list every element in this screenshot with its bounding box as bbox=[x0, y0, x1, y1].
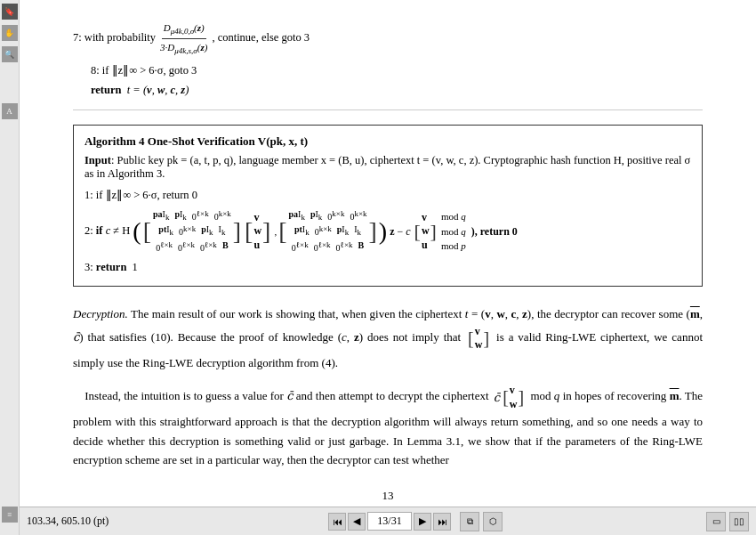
continuation-section: 7: with probability Dμ4k,0,σ(z) 3·Dμ4k,s… bbox=[73, 20, 703, 110]
algo4-line1: 1: if ‖z‖∞ > 6·σ, return 0 bbox=[84, 186, 691, 205]
algo-line-7: 7: with probability Dμ4k,0,σ(z) 3·Dμ4k,s… bbox=[73, 20, 703, 59]
sidebar: 🔖 ✋ 🔍 A ≡ bbox=[0, 0, 20, 535]
content-area: 7: with probability Dμ4k,0,σ(z) 3·Dμ4k,s… bbox=[20, 0, 756, 535]
line7-text: 7: with probability bbox=[73, 28, 156, 48]
line7-end: , continue, else goto 3 bbox=[212, 28, 310, 48]
view-toggle: ▭ ▯▯ bbox=[706, 512, 749, 531]
double-page-view[interactable]: ▯▯ bbox=[729, 512, 749, 531]
sidebar-icon-zoom[interactable]: 🔍 bbox=[2, 46, 18, 62]
algo-line-8: 8: if ‖z‖∞ > 6·σ, goto 3 bbox=[73, 61, 703, 81]
page-indicator[interactable]: 13/31 bbox=[367, 512, 412, 531]
algo-line-9: return t = (v, w, c, z) bbox=[73, 80, 703, 101]
algo4-line3: 3: return 1 bbox=[84, 258, 691, 277]
decryption-paragraph: Decryption. The main result of our work … bbox=[73, 304, 703, 372]
algo4-line2: 2: if c ≠ H ( [ paIkpIk0ℓ×k0k×k ptIk0k×k… bbox=[84, 208, 691, 255]
last-page-button[interactable]: ⏭ bbox=[433, 513, 451, 531]
page-number: 13 bbox=[73, 480, 703, 507]
document: 7: with probability Dμ4k,0,σ(z) 3·Dμ4k,s… bbox=[20, 0, 756, 507]
algorithm-input: Input: Public key pk = (a, t, p, q), lan… bbox=[84, 154, 691, 181]
algorithm-title: Algorithm 4 One-Shot Verification V(pk, … bbox=[84, 134, 691, 149]
sidebar-icon-text[interactable]: A bbox=[2, 103, 18, 119]
intuition-paragraph: Instead, the intuition is to guess a val… bbox=[73, 383, 703, 469]
export-button[interactable]: ⬡ bbox=[483, 512, 503, 531]
toolbar: 103.34, 605.10 (pt) ⏮ ◀ 13/31 ▶ ⏭ ⧉ ⬡ ▭ … bbox=[20, 507, 756, 535]
sidebar-icon-layers[interactable]: ≡ bbox=[2, 507, 18, 523]
toolbar-right-buttons: ⧉ ⬡ bbox=[460, 512, 503, 531]
line7-math: Dμ4k,0,σ(z) 3·Dμ4k,s,σ(z) bbox=[158, 20, 209, 59]
first-page-button[interactable]: ⏮ bbox=[328, 513, 346, 531]
coordinates-display: 103.34, 605.10 (pt) bbox=[27, 515, 125, 528]
prev-page-button[interactable]: ◀ bbox=[348, 513, 366, 531]
navigation-controls: ⏮ ◀ 13/31 ▶ ⏭ ⧉ ⬡ bbox=[328, 512, 503, 531]
sidebar-icon-bookmark[interactable]: 🔖 bbox=[2, 4, 18, 20]
sidebar-icon-hand[interactable]: ✋ bbox=[2, 25, 18, 41]
single-page-view[interactable]: ▭ bbox=[706, 512, 726, 531]
algorithm-4-box: Algorithm 4 One-Shot Verification V(pk, … bbox=[73, 125, 703, 287]
algorithm-subtitle: One-Shot Verification V(pk, x, t) bbox=[148, 134, 308, 148]
next-page-button[interactable]: ▶ bbox=[414, 513, 431, 531]
copy-button[interactable]: ⧉ bbox=[460, 512, 479, 531]
